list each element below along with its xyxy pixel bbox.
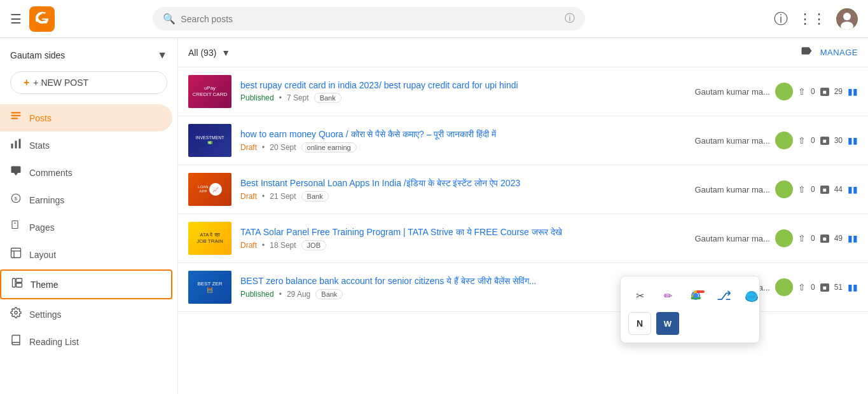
stats-bar-icon[interactable]: ▮▮ — [848, 184, 858, 194]
new-post-button[interactable]: + + NEW POST — [10, 71, 167, 94]
sidebar-item-pages-label: Pages — [29, 222, 55, 233]
svg-rect-4 — [11, 115, 21, 116]
earnings-icon: $ — [10, 193, 22, 207]
post-status: Published — [240, 93, 274, 102]
sidebar-item-pages[interactable]: Pages — [0, 214, 172, 241]
dot-separator: • — [279, 93, 282, 102]
post-label[interactable]: online earning — [301, 142, 357, 153]
hamburger-icon[interactable]: ☰ — [10, 11, 22, 27]
comment-count-icon: ■ — [820, 137, 829, 145]
notion-app-icon[interactable]: N — [628, 312, 651, 335]
manage-button[interactable]: MANAGE — [820, 48, 858, 57]
svg-rect-16 — [11, 248, 21, 258]
sidebar-item-theme[interactable]: Theme — [0, 269, 172, 299]
post-info: TATA Solar Panel Free Training Program |… — [240, 227, 685, 250]
svg-rect-6 — [11, 144, 13, 149]
help-icon[interactable]: ⓘ — [774, 10, 788, 29]
sidebar-item-comments-label: Comments — [29, 168, 72, 178]
apps-grid-icon[interactable]: ⋮⋮ — [798, 11, 826, 27]
share-icon[interactable]: ⇧ — [798, 282, 806, 292]
chevron-down-icon: ▼ — [157, 50, 167, 61]
post-label[interactable]: Bank — [314, 93, 341, 103]
stat-comments: 30 — [834, 136, 843, 145]
search-input[interactable] — [181, 14, 560, 24]
post-thumbnail: INVESTMENT💵 — [188, 124, 231, 157]
plus-icon: + — [24, 77, 29, 88]
table-row: uPayCREDIT CARD best rupay credit card i… — [178, 67, 868, 116]
pencil-app-icon[interactable]: ✏ — [656, 284, 679, 307]
post-author-section: Gautam kumar ma... ⇧ 0 ■ 44 ▮▮ — [694, 180, 858, 198]
theme-icon — [11, 277, 23, 292]
post-title[interactable]: Best Instant Personal Loan Apps In India… — [240, 178, 685, 189]
sidebar-item-posts[interactable]: Posts — [0, 104, 172, 132]
post-meta: Published • 7 Sept Bank — [240, 93, 685, 103]
word-app-icon[interactable]: W — [656, 312, 679, 335]
comment-count-icon: ■ — [820, 234, 829, 243]
stats-bar-icon[interactable]: ▮▮ — [848, 282, 858, 292]
table-row: INVESTMENT💵 how to earn money Quora / को… — [178, 116, 868, 165]
user-avatar[interactable] — [836, 8, 858, 30]
post-status: Published — [240, 290, 274, 299]
post-author-section: Gautam kumar ma... ⇧ 0 ■ 30 ▮▮ — [694, 132, 858, 149]
post-title[interactable]: how to earn money Quora / कोरा से पैसे क… — [240, 129, 685, 140]
post-author-section: Gautam kumar ma... ⇧ 0 ■ 49 ▮▮ — [694, 229, 858, 247]
share-icon[interactable]: ⇧ — [798, 233, 806, 243]
sidebar-item-earnings[interactable]: $ Earnings — [0, 186, 172, 214]
post-title[interactable]: TATA Solar Panel Free Training Program |… — [240, 227, 685, 238]
stats-bar-icon[interactable]: ▮▮ — [848, 135, 858, 146]
stats-bar-icon[interactable]: ▮▮ — [848, 233, 858, 243]
sidebar-item-reading-list[interactable]: Reading List — [0, 328, 172, 355]
sidebar-item-settings[interactable]: Settings — [0, 301, 172, 328]
sidebar-item-reading-list-label: Reading List — [29, 337, 79, 347]
table-row: BEST ZER🧮 BEST zero balance bank account… — [178, 263, 868, 312]
stat-shares: 0 — [811, 185, 815, 194]
dot-separator: • — [262, 241, 265, 250]
post-title[interactable]: best rupay credit card in india 2023/ be… — [240, 80, 685, 90]
author-avatar — [775, 132, 793, 149]
author-avatar — [775, 180, 793, 198]
sidebar-item-layout-label: Layout — [29, 250, 56, 260]
blog-name-row[interactable]: Gautam sides ▼ — [0, 38, 177, 69]
stats-bar-icon[interactable]: ▮▮ — [848, 86, 858, 97]
post-thumbnail: uPayCREDIT CARD — [188, 75, 231, 108]
post-status: Draft — [240, 143, 257, 152]
content-toolbar: All (93) ▼ MANAGE — [178, 38, 868, 67]
label-icon[interactable] — [800, 44, 813, 60]
toolbar-right: MANAGE — [800, 44, 858, 60]
sidebar-item-stats-label: Stats — [29, 140, 50, 151]
blogger-logo — [29, 6, 55, 32]
share-icon[interactable]: ⇧ — [798, 184, 806, 194]
sidebar-item-layout[interactable]: Layout — [0, 241, 172, 268]
scissors-app-icon[interactable]: ✂ — [628, 284, 651, 307]
topbar-left: ☰ — [10, 6, 55, 32]
chrome-app-icon[interactable] — [684, 284, 707, 307]
search-icon: 🔍 — [163, 13, 176, 25]
filter-dropdown-icon[interactable]: ▼ — [221, 48, 230, 58]
svg-point-25 — [693, 293, 698, 298]
share-icon[interactable]: ⇧ — [798, 86, 806, 97]
post-label[interactable]: Bank — [301, 191, 329, 201]
post-label[interactable]: Bank — [315, 289, 343, 299]
table-row: ATA दे रहाJOB TRAIN TATA Solar Panel Fre… — [178, 214, 868, 263]
stat-comments: 49 — [834, 234, 843, 243]
post-label[interactable]: JOB — [301, 240, 326, 250]
svg-point-1 — [843, 13, 851, 20]
post-date: 18 Sept — [270, 241, 296, 250]
post-thumbnail: ATA दे रहाJOB TRAIN — [188, 222, 231, 255]
edge-app-icon[interactable] — [740, 284, 763, 307]
author-name: Gautam kumar ma... — [694, 87, 769, 97]
stat-comments: 51 — [834, 283, 843, 292]
post-status: Draft — [240, 241, 257, 250]
sidebar-item-comments[interactable]: Comments — [0, 159, 172, 186]
post-info: Best Instant Personal Loan Apps In India… — [240, 178, 685, 201]
sidebar-item-stats[interactable]: Stats — [0, 132, 172, 159]
table-row: LOANAPP 📈 Best Instant Personal Loan App… — [178, 165, 868, 214]
share-icon[interactable]: ⇧ — [798, 135, 806, 146]
posts-icon — [10, 111, 22, 125]
svg-rect-7 — [15, 141, 17, 149]
svg-rect-15 — [13, 231, 19, 231]
layout-icon — [10, 247, 22, 262]
sidebar-item-settings-label: Settings — [29, 309, 62, 320]
bluetooth-app-icon[interactable]: ⎇ — [712, 284, 735, 307]
author-name: Gautam kumar ma... — [694, 234, 769, 243]
